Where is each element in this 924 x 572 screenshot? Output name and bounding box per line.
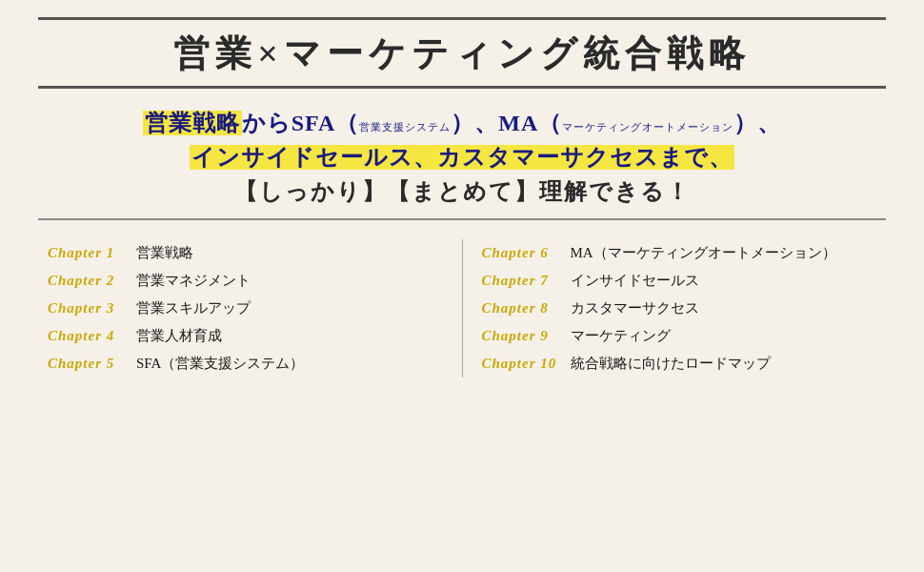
table-row: Chapter 10統合戦略に向けたロードマップ (482, 350, 877, 378)
chapter-number: Chapter 8 (482, 300, 563, 317)
chapter-col-right: Chapter 6MA（マーケティングオートメーション）Chapter 7インサ… (482, 239, 877, 378)
table-row: Chapter 9マーケティング (482, 322, 877, 350)
title-area: 営業×マーケティング統合戦略 (38, 20, 886, 89)
chapter-number: Chapter 3 (48, 300, 129, 317)
table-row: Chapter 7インサイドセールス (482, 267, 877, 295)
chapter-number: Chapter 1 (48, 245, 129, 261)
table-row: Chapter 4営業人材育成 (48, 322, 443, 350)
table-row: Chapter 5SFA（営業支援システム） (48, 350, 443, 378)
chapter-number: Chapter 4 (48, 328, 129, 344)
subtitle-part1b5: ）、 (733, 111, 781, 135)
subtitle-sfa-ruby: 営業支援システム (359, 121, 451, 133)
page-container: 営業×マーケティング統合戦略 営業戦略からSFA（営業支援システム）、MA（マー… (0, 0, 924, 572)
subtitle-area: 営業戦略からSFA（営業支援システム）、MA（マーケティングオートメーション）、… (38, 89, 886, 220)
highlight-line2: インサイドセールス、カスタマーサクセスまで、 (190, 145, 734, 170)
col-divider (462, 239, 463, 378)
chapter-title: 営業戦略 (136, 244, 193, 262)
chapter-title: MA（マーケティングオートメーション） (571, 244, 836, 262)
chapter-number: Chapter 7 (482, 273, 563, 289)
table-row: Chapter 3営業スキルアップ (48, 295, 443, 322)
chapter-title: 統合戦略に向けたロードマップ (571, 355, 771, 373)
chapters-area: Chapter 1営業戦略Chapter 2営業マネジメントChapter 3営… (38, 220, 886, 378)
chapter-col-left: Chapter 1営業戦略Chapter 2営業マネジメントChapter 3営… (48, 239, 443, 378)
subtitle-line3: 【しっかり】【まとめて】理解できる！ (38, 174, 886, 209)
chapter-title: カスタマーサクセス (571, 299, 699, 317)
chapter-title: 営業スキルアップ (136, 299, 251, 317)
chapter-number: Chapter 2 (48, 273, 129, 289)
chapter-number: Chapter 9 (482, 328, 563, 344)
chapter-title: インサイドセールス (571, 272, 699, 290)
chapter-number: Chapter 6 (482, 245, 563, 261)
chapter-title: 営業マネジメント (136, 272, 251, 290)
chapter-title: マーケティング (571, 327, 671, 345)
chapter-title: 営業人材育成 (136, 327, 222, 345)
main-title: 営業×マーケティング統合戦略 (38, 30, 886, 78)
table-row: Chapter 6MA（マーケティングオートメーション） (482, 239, 877, 267)
chapter-title: SFA（営業支援システム） (136, 355, 304, 373)
subtitle-ma-ruby: マーケティングオートメーション (562, 121, 733, 133)
subtitle-line2: インサイドセールス、カスタマーサクセスまで、 (38, 140, 886, 174)
table-row: Chapter 1営業戦略 (48, 239, 443, 267)
subtitle-part1b3: ）、MA（ (451, 111, 562, 135)
highlight-eigyo: 営業戦略 (143, 111, 242, 135)
subtitle-part1b: からSFA（ (242, 111, 360, 135)
table-row: Chapter 2営業マネジメント (48, 267, 443, 295)
subtitle-line1: 営業戦略からSFA（営業支援システム）、MA（マーケティングオートメーション）、 (38, 106, 886, 140)
chapter-number: Chapter 5 (48, 356, 129, 372)
chapter-number: Chapter 10 (482, 356, 563, 372)
table-row: Chapter 8カスタマーサクセス (482, 295, 877, 322)
